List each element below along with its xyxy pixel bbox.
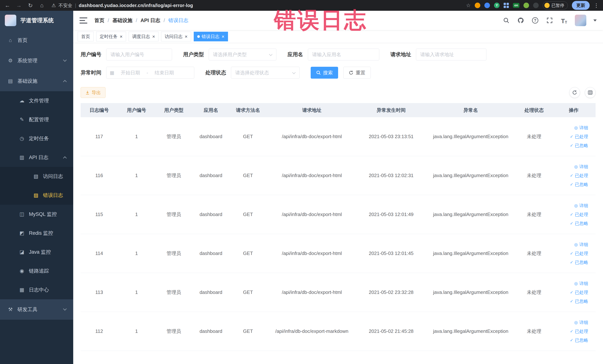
back-icon[interactable]: ← (4, 2, 11, 9)
app-logo[interactable]: 芋道管理系统 (0, 11, 73, 30)
sidebar-item-error-log[interactable]: ▨错误日志 (0, 186, 73, 205)
action-label: 已处理 (575, 134, 588, 140)
font-size-icon[interactable]: TT (560, 17, 568, 24)
table-body: 1171管理员dashboardGET/api/infra/db-doc/exp… (81, 117, 596, 351)
address-separator: | (75, 3, 76, 8)
extension-icon-3[interactable]: Y (494, 3, 499, 8)
detail-link[interactable]: ◎详细 (574, 164, 588, 170)
sidebar-item-file-management[interactable]: ☁文件管理 (0, 91, 73, 110)
sidebar-item-redis-monitor[interactable]: ◩Redis 监控 (0, 224, 73, 243)
app-name-input[interactable] (308, 48, 379, 60)
request-url-input[interactable] (416, 48, 487, 60)
avatar-dropdown-caret-icon[interactable] (593, 20, 597, 22)
reset-button[interactable]: 重置 (343, 67, 371, 79)
breadcrumb-infrastructure[interactable]: 基础设施 (113, 17, 133, 24)
tab-error-log[interactable]: 错误日志× (194, 32, 228, 41)
breadcrumb-home[interactable]: 首页 (94, 17, 104, 24)
search-icon[interactable] (502, 17, 510, 24)
sidebar-item-scheduled-tasks[interactable]: ◷定时任务 (0, 129, 73, 148)
tab-home[interactable]: 首页 (78, 32, 94, 41)
cell-user-id: 1 (118, 312, 155, 351)
ignored-link[interactable]: ✓已忽略 (570, 143, 588, 149)
start-date-input[interactable] (116, 70, 144, 76)
check-icon: ✓ (570, 221, 573, 226)
chrome-menu-icon[interactable]: ⋮ (594, 2, 599, 9)
close-icon[interactable]: × (120, 34, 123, 39)
close-icon[interactable]: × (185, 34, 187, 39)
help-icon[interactable]: ? (532, 17, 539, 24)
user-avatar[interactable] (575, 15, 586, 26)
detail-link[interactable]: ◎详细 (574, 281, 588, 286)
user-id-input[interactable] (106, 48, 172, 60)
action-label: 详细 (579, 125, 588, 131)
chrome-toolbar: ☆ Y on 已暂停 更新 ⋮ (466, 1, 599, 10)
end-date-input[interactable] (150, 70, 178, 76)
sidebar-item-dev-tools[interactable]: ⚒研发工具 (0, 299, 73, 320)
table-tools (569, 87, 596, 98)
ignored-link[interactable]: ✓已忽略 (570, 221, 588, 226)
sidebar-item-trace[interactable]: ◉链路追踪 (0, 261, 73, 280)
tab-access-log[interactable]: 访问日志× (161, 32, 191, 41)
processed-link[interactable]: ✓已处理 (570, 173, 588, 178)
sidebar-item-java-monitor[interactable]: ◪Java 监控 (0, 243, 73, 261)
sidebar-item-infrastructure[interactable]: ▤基础设施 (0, 71, 73, 91)
ignored-link[interactable]: ✓已忽略 (570, 182, 588, 188)
sidebar-item-label: 链路追踪 (29, 268, 49, 274)
home-icon[interactable]: ⌂ (39, 2, 45, 9)
close-icon[interactable]: × (152, 34, 155, 39)
action-label: 已处理 (575, 173, 588, 178)
fullscreen-icon[interactable] (546, 17, 553, 24)
sidebar-item-api-log[interactable]: ▥API 日志 (0, 148, 73, 167)
extension-icon-5[interactable] (533, 3, 539, 8)
extension-on-badge[interactable]: on (513, 3, 519, 8)
extension-icon-2[interactable] (484, 3, 490, 8)
processed-link[interactable]: ✓已处理 (570, 289, 588, 295)
action-label: 已处理 (575, 329, 588, 334)
processed-link[interactable]: ✓已处理 (570, 211, 588, 218)
detail-link[interactable]: ◎详细 (574, 242, 588, 247)
processed-link[interactable]: ✓已处理 (570, 250, 588, 257)
tab-schedule-log[interactable]: 调度日志× (129, 32, 159, 41)
sidebar-item-access-log[interactable]: ▧访问日志 (0, 167, 73, 186)
address-bar[interactable]: ⚠ 不安全 | dashboard.yudao.iocoder.cn/infra… (52, 2, 193, 9)
sidebar-item-log-center[interactable]: ▦日志中心 (0, 280, 73, 299)
date-range-picker[interactable]: ▦ - (106, 67, 194, 79)
breadcrumb-api-log[interactable]: API 日志 (140, 17, 160, 24)
ignored-link[interactable]: ✓已忽略 (570, 259, 588, 265)
github-icon[interactable] (517, 17, 524, 24)
ignored-link[interactable]: ✓已忽略 (570, 298, 588, 304)
forward-icon[interactable]: → (16, 2, 22, 9)
processed-link[interactable]: ✓已处理 (570, 329, 588, 334)
export-button[interactable]: 导出 (81, 87, 105, 98)
detail-link[interactable]: ◎详细 (574, 125, 588, 131)
column-settings-icon[interactable] (585, 87, 596, 98)
detail-link[interactable]: ◎详细 (574, 203, 588, 209)
breadcrumb-separator: / (164, 18, 165, 23)
sidebar-item-config-management[interactable]: ✎配置管理 (0, 110, 73, 129)
check-icon: ✓ (570, 173, 573, 178)
tab-timed-task[interactable]: 定时任务× (96, 32, 126, 41)
processed-link[interactable]: ✓已处理 (570, 134, 588, 140)
check-icon: ✓ (570, 134, 573, 139)
user-type-select[interactable] (209, 48, 276, 60)
extension-grid-icon[interactable] (504, 3, 509, 8)
hamburger-icon[interactable] (80, 17, 87, 23)
table-header: 日志编号用户编号用户类型应用名请求方法名请求地址异常发生时间异常名处理状态操作 (81, 103, 596, 117)
sidebar-item-system-management[interactable]: ⚙系统管理 (0, 50, 73, 71)
ignored-link[interactable]: ✓已忽略 (570, 337, 588, 343)
paused-pill[interactable]: 已暂停 (543, 1, 568, 10)
process-status-select[interactable] (231, 67, 300, 79)
cell-request-url: /api/infra/db-doc/export-html (267, 273, 357, 312)
close-icon[interactable]: × (222, 34, 224, 39)
sidebar-item-home[interactable]: ⌂首页 (0, 30, 73, 50)
reload-icon[interactable]: ↻ (27, 2, 34, 9)
extension-icon-4[interactable] (523, 3, 529, 8)
detail-link[interactable]: ◎详细 (574, 319, 588, 325)
sidebar-item-mysql-monitor[interactable]: ◫MySQL 监控 (0, 205, 73, 224)
refresh-icon[interactable] (569, 87, 580, 98)
search-button[interactable]: 搜索 (311, 67, 338, 79)
extension-icon-1[interactable] (475, 3, 480, 8)
update-button[interactable]: 更新 (572, 1, 590, 10)
bookmark-star-icon[interactable]: ☆ (466, 2, 471, 9)
cell-actions: ◎详细✓已处理✓已忽略 (552, 273, 596, 312)
